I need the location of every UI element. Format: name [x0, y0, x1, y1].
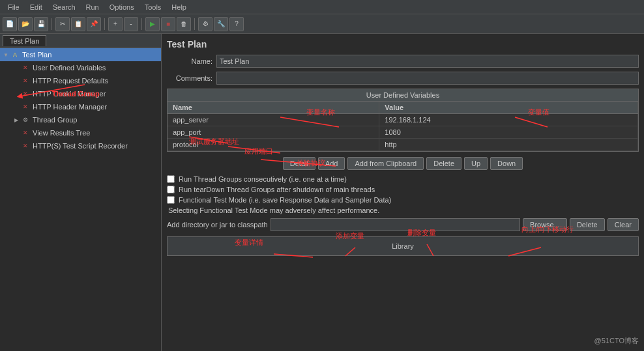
checkbox-label-cb3: Functional Test Mode (i.e. save Response…: [179, 196, 391, 204]
classpath-input[interactable]: [271, 218, 520, 231]
classpath-delete-button[interactable]: Delete: [570, 218, 605, 231]
udv-title: User Defined Variables: [168, 89, 638, 102]
label-header: HTTP Header Manager: [33, 103, 107, 111]
label-recorder: HTTP(S) Test Script Recorder: [33, 142, 128, 150]
tree-item-recorder[interactable]: ▶ ✕ HTTP(S) Test Script Recorder: [0, 139, 161, 152]
right-panel: Test Plan Name: Comments: User Defined V…: [162, 34, 644, 351]
up-button[interactable]: Up: [464, 157, 488, 170]
label-http-defaults: HTTP Request Defaults: [33, 77, 108, 85]
menu-edit[interactable]: Edit: [25, 2, 48, 12]
checkbox-cb3[interactable]: [167, 196, 175, 204]
checkbox-row: Run Thread Groups consecutively (i.e. on…: [167, 175, 639, 183]
checkbox-cb2[interactable]: [167, 186, 175, 193]
menu-run[interactable]: Run: [81, 2, 104, 12]
classpath-row: Add directory or jar to classpath Browse…: [167, 218, 639, 231]
tree-item-header[interactable]: ▶ ✕ HTTP Header Manager: [0, 100, 161, 113]
udv-section: User Defined Variables Name Value app_se…: [167, 89, 639, 152]
toolbar-expand[interactable]: +: [108, 17, 123, 31]
browse-button[interactable]: Browse...: [523, 218, 567, 231]
toolbar-clear[interactable]: 🗑: [177, 17, 191, 31]
col-value-header: Value: [379, 102, 638, 114]
toolbar: 📄 📂 💾 ✂ 📋 📌 + - ▶ ■ 🗑 ⚙ 🔧 ?: [0, 14, 644, 34]
checkbox-row: Run tearDown Thread Groups after shutdow…: [167, 186, 639, 193]
left-panel: Test Plan ▼ A Test Plan ▶ ✕ User Defined…: [0, 34, 162, 351]
delete-button[interactable]: Delete: [426, 157, 461, 170]
toolbar-new[interactable]: 📄: [3, 17, 17, 31]
toolbar-remote[interactable]: ⚙: [198, 17, 212, 31]
toolbar-sep1: [51, 18, 52, 30]
detail-button[interactable]: Detail: [283, 157, 315, 170]
tree-tab[interactable]: Test Plan: [3, 35, 46, 46]
toolbar-stop[interactable]: ■: [161, 17, 175, 31]
tree-item-udv[interactable]: ▶ ✕ User Defined Variables: [0, 61, 161, 74]
toolbar-collapse[interactable]: -: [124, 17, 138, 31]
clear-button[interactable]: Clear: [607, 218, 639, 231]
menu-options[interactable]: Options: [104, 2, 139, 12]
menu-file[interactable]: File: [3, 2, 25, 12]
panel-title: Test Plan: [167, 39, 639, 49]
icon-udv: ✕: [21, 63, 30, 72]
table-row[interactable]: app_server192.168.1.124: [168, 114, 638, 126]
icon-threadgroup: ⚙: [21, 115, 30, 124]
down-button[interactable]: Down: [490, 157, 523, 170]
comments-row: Comments:: [167, 72, 639, 85]
udv-table: Name Value app_server192.168.1.124app_po…: [168, 102, 638, 151]
toolbar-sep3: [141, 18, 142, 30]
tree-header: Test Plan: [0, 34, 161, 48]
checkbox-cb1[interactable]: [167, 175, 175, 183]
tree-item-testplan[interactable]: ▼ A Test Plan: [0, 48, 161, 61]
checkbox-label-cb2: Run tearDown Thread Groups after shutdow…: [179, 186, 375, 193]
cell-value: 192.168.1.124: [379, 114, 638, 126]
toolbar-save[interactable]: 💾: [34, 17, 48, 31]
icon-http-defaults: ✕: [21, 76, 30, 85]
checkbox-container: Run Thread Groups consecutively (i.e. on…: [167, 175, 639, 204]
main-layout: Test Plan ▼ A Test Plan ▶ ✕ User Defined…: [0, 34, 644, 351]
table-row[interactable]: protocolhttp: [168, 139, 638, 151]
label-udv: User Defined Variables: [33, 64, 106, 72]
library-section: Library: [167, 236, 639, 256]
arrow-testplan: ▼: [3, 51, 9, 58]
icon-cookie: ✕: [21, 89, 30, 98]
name-input[interactable]: [216, 55, 639, 68]
menu-tools[interactable]: Tools: [139, 2, 167, 12]
tree-item-cookie[interactable]: ▶ ✕ HTTP Cookie Manager: [0, 87, 161, 100]
toolbar-sep2: [104, 18, 105, 30]
toolbar-open[interactable]: 📂: [18, 17, 33, 31]
btn-row: Detail Add Add from Clipboard Delete Up …: [167, 157, 639, 170]
cell-name: protocol: [168, 139, 379, 151]
arrow-threadgroup: ▶: [13, 117, 20, 123]
functional-note: Selecting Functional Test Mode may adver…: [167, 206, 639, 214]
label-results: View Results Tree: [33, 129, 90, 137]
name-label: Name:: [167, 57, 212, 65]
table-row[interactable]: app_port1080: [168, 126, 638, 139]
cell-value: 1080: [379, 126, 638, 139]
toolbar-cut[interactable]: ✂: [55, 17, 70, 31]
label-threadgroup: Thread Group: [33, 116, 77, 124]
cell-name: app_port: [168, 126, 379, 139]
checkbox-row: Functional Test Mode (i.e. save Response…: [167, 196, 639, 204]
label-testplan: Test Plan: [22, 51, 51, 59]
toolbar-sep4: [194, 18, 195, 30]
icon-results: ✕: [21, 128, 30, 137]
comments-label: Comments:: [167, 74, 212, 82]
tree-item-results[interactable]: ▶ ✕ View Results Tree: [0, 126, 161, 139]
comments-input[interactable]: [216, 72, 639, 85]
add-button[interactable]: Add: [318, 157, 345, 170]
tree-item-http-defaults[interactable]: ▶ ✕ HTTP Request Defaults: [0, 74, 161, 87]
library-label: Library: [392, 242, 414, 250]
toolbar-run[interactable]: ▶: [145, 17, 160, 31]
toolbar-paste[interactable]: 📌: [87, 17, 101, 31]
toolbar-help[interactable]: ?: [229, 17, 244, 31]
tree-item-threadgroup[interactable]: ▶ ⚙ Thread Group: [0, 113, 161, 126]
menu-search[interactable]: Search: [48, 2, 81, 12]
icon-header: ✕: [21, 102, 30, 111]
icon-recorder: ✕: [21, 141, 30, 150]
add-from-clipboard-button[interactable]: Add from Clipboard: [347, 157, 424, 170]
name-row: Name:: [167, 55, 639, 68]
classpath-label: Add directory or jar to classpath: [167, 221, 268, 229]
menubar: File Edit Search Run Options Tools Help: [0, 0, 644, 14]
toolbar-copy[interactable]: 📋: [71, 17, 85, 31]
menu-help[interactable]: Help: [166, 2, 192, 12]
toolbar-settings[interactable]: 🔧: [214, 17, 228, 31]
checkbox-label-cb1: Run Thread Groups consecutively (i.e. on…: [179, 175, 347, 183]
